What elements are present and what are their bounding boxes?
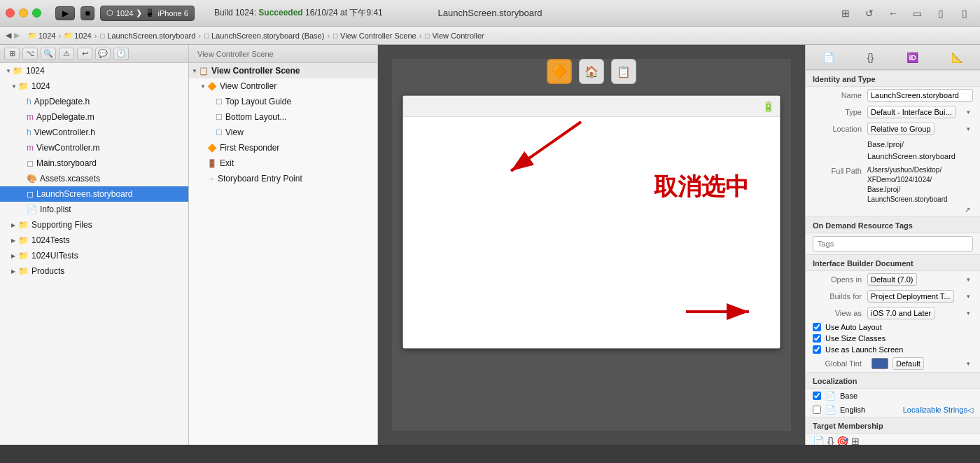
canvas-area[interactable]: 🔶 🏠 📋 🔋	[378, 45, 805, 445]
scene-bottom-layout[interactable]: ☐ Bottom Layout...	[189, 109, 377, 125]
scene-view-label: View	[225, 127, 244, 137]
minimize-button[interactable]	[19, 8, 28, 18]
right-tb-size-icon[interactable]: 📐	[947, 49, 967, 66]
canvas-btn-3[interactable]: 📋	[611, 59, 636, 84]
scene-first-responder[interactable]: 🔶 First Responder	[189, 140, 377, 156]
first-responder-icon: 🔶	[207, 144, 217, 153]
sidebar-label-main-storyboard: Main.storyboard	[36, 158, 97, 168]
close-button[interactable]	[6, 8, 15, 18]
localizable-strings-link[interactable]: Localizable Strings◁	[903, 406, 973, 415]
scene-first-responder-label: First Responder	[220, 143, 279, 153]
sidebar-root[interactable]: 📁 1024	[0, 63, 188, 78]
bc-launchscreen[interactable]: ◻ LaunchScreen.storyboard	[99, 32, 195, 40]
scene-top-layout[interactable]: ☐ Top Layout Guide	[189, 94, 377, 109]
stop-button[interactable]: ■	[80, 6, 94, 20]
sidebar-btn-7[interactable]: 🕐	[113, 48, 129, 60]
back-icon[interactable]: ←	[883, 6, 903, 20]
prop-name-input[interactable]	[867, 89, 973, 102]
sidebar-item-supporting[interactable]: 📁 Supporting Files	[0, 217, 188, 233]
tags-input[interactable]	[813, 236, 973, 251]
grid-view-icon[interactable]: ⊞	[836, 6, 855, 20]
scene-header-vc-scene[interactable]: 📋 View Controller Scene	[189, 63, 377, 78]
exit-icon: 🚪	[207, 159, 217, 168]
sidebar-item-1024uitests[interactable]: 📁 1024UITests	[0, 248, 188, 263]
sidebar-item-assets[interactable]: 🎨 Assets.xcassets	[0, 171, 188, 186]
sidebar-item-appdelegate-m[interactable]: m AppDelegate.m	[0, 109, 188, 125]
target-code-icon[interactable]: {}	[827, 436, 834, 445]
right-tb-file-icon[interactable]: 📄	[818, 49, 839, 66]
triangle-1024	[11, 83, 18, 90]
base-checkbox[interactable]	[813, 392, 821, 400]
navigator-icon[interactable]: ↺	[860, 6, 879, 20]
run-button[interactable]: ▶	[55, 6, 75, 20]
bc-1024-sub-label: 1024	[74, 32, 91, 40]
prop-view-as-select[interactable]: iOS 7.0 and Later	[867, 307, 935, 319]
right-tb-identity-icon[interactable]: 🆔	[902, 49, 923, 66]
canvas-btn-1[interactable]: 🔶	[547, 59, 572, 84]
global-tint-select[interactable]: Default	[892, 357, 924, 370]
prop-fullpath-row: Full Path /Users/yushuo/Desktop/XFDemo/1…	[806, 163, 980, 216]
sidebar-btn-2[interactable]: ⌥	[22, 48, 38, 60]
plist-icon: 📄	[27, 205, 37, 214]
bc-vc[interactable]: ◻ View Controller	[424, 32, 484, 40]
sidebar-item-launchscreen[interactable]: ◻ LaunchScreen.storyboard	[0, 186, 188, 202]
use-auto-layout-label: Use Auto Layout	[825, 323, 882, 331]
use-size-classes-checkbox[interactable]	[813, 334, 821, 343]
canvas-btn-2[interactable]: 🏠	[579, 59, 604, 84]
folder-icon: 📁	[28, 32, 36, 39]
scene-toolbar-label: View Controller Scene	[193, 50, 274, 58]
target-grid-icon[interactable]: ⊞	[851, 436, 860, 445]
device-frame: 🔋	[402, 95, 780, 349]
bc-launchscreen-base[interactable]: ◻ LaunchScreen.storyboard (Base)	[204, 32, 324, 40]
inspector-icon[interactable]: ▯	[955, 6, 974, 20]
prop-type-select[interactable]: Default - Interface Bui...	[867, 106, 955, 118]
sidebar-item-1024[interactable]: 📁 1024	[0, 78, 188, 94]
scheme-selector[interactable]: ⬡ 1024 ❯ 📱 iPhone 6	[100, 6, 195, 21]
target-app-icon[interactable]: 🎯	[836, 436, 848, 445]
storyboard-icon: ◻	[99, 32, 105, 39]
scene-entry-point[interactable]: → Storyboard Entry Point	[189, 171, 377, 186]
right-tb-code-icon[interactable]: {}	[863, 49, 878, 66]
prop-location-select[interactable]: Relative to Group	[867, 123, 934, 135]
sidebar-item-1024tests[interactable]: 📁 1024Tests	[0, 233, 188, 248]
bc-1024-sub[interactable]: 📁 1024	[64, 32, 91, 40]
sidebar-btn-3[interactable]: 🔍	[41, 48, 56, 60]
nav-forward-icon[interactable]: ▶	[14, 31, 20, 40]
sidebar-item-products[interactable]: 📁 Products	[0, 263, 188, 279]
sidebar-item-appdelegate-h[interactable]: h AppDelegate.h	[0, 94, 188, 109]
panel-icon[interactable]: ▯	[931, 6, 951, 20]
sidebar-item-viewcontroller-h[interactable]: h ViewController.h	[0, 125, 188, 140]
prop-builds-for-select[interactable]: Project Deployment T...	[867, 290, 954, 303]
sidebar-item-viewcontroller-m[interactable]: m ViewController.m	[0, 140, 188, 156]
bc-1024-group[interactable]: 📁 1024	[28, 32, 55, 40]
maximize-button[interactable]	[32, 8, 41, 18]
main-layout: ⊞ ⌥ 🔍 ⚠ ↩ 💬 🕐 📁 1024 📁 1024 h AppDelegat…	[0, 45, 980, 445]
bc-vc-scene[interactable]: ◻ View Controller Scene	[332, 32, 416, 40]
sidebar-btn-4[interactable]: ⚠	[59, 48, 74, 60]
traffic-lights[interactable]	[6, 8, 41, 18]
scene-bottom-layout-label: Bottom Layout...	[225, 112, 286, 122]
sidebar-btn-1[interactable]: ⊞	[4, 48, 20, 60]
tests-folder-icon: 📁	[18, 235, 29, 245]
use-as-launch-screen-checkbox[interactable]	[813, 345, 821, 354]
prop-location-select-wrap: Relative to Group	[867, 123, 973, 135]
scene-view[interactable]: ☐ View	[189, 125, 377, 140]
english-checkbox[interactable]	[813, 406, 821, 414]
prop-opens-in-select[interactable]: Default (7.0)	[867, 273, 917, 286]
sidebar-label-supporting: Supporting Files	[31, 220, 92, 230]
m-file-icon-2: m	[27, 143, 34, 153]
tint-swatch[interactable]	[872, 358, 888, 369]
target-file-icon[interactable]: 📄	[813, 436, 825, 445]
nav-back-icon[interactable]: ◀	[6, 31, 11, 40]
sidebar-item-infoplist[interactable]: 📄 Info.plist	[0, 202, 188, 217]
layout-icon[interactable]: ▭	[907, 6, 927, 20]
use-auto-layout-checkbox[interactable]	[813, 323, 821, 331]
scene-vc[interactable]: 🔶 View Controller	[189, 78, 377, 94]
triangle-1024uitests	[11, 253, 18, 259]
fullpath-reveal-icon[interactable]: ↗	[965, 206, 970, 214]
sidebar-item-main-storyboard[interactable]: ◻ Main.storyboard	[0, 156, 188, 171]
sidebar-btn-5[interactable]: ↩	[77, 48, 92, 60]
sidebar-btn-6[interactable]: 💬	[95, 48, 111, 60]
scene-exit[interactable]: 🚪 Exit	[189, 156, 377, 171]
assets-icon: 🎨	[27, 174, 37, 184]
